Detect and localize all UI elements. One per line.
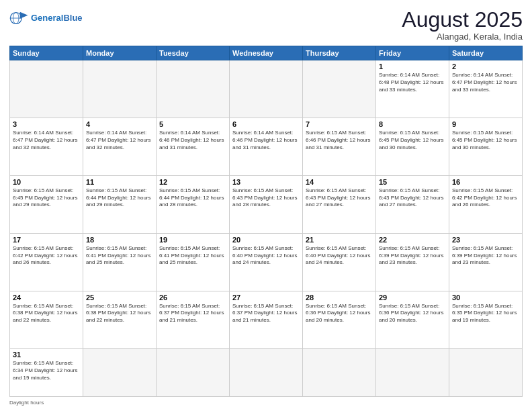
calendar-day-cell: 8Sunrise: 6:15 AM Sunset: 6:45 PM Daylig…: [376, 118, 449, 176]
calendar-day-cell: [303, 60, 376, 118]
day-number: 8: [379, 120, 446, 128]
calendar-day-cell: [303, 349, 376, 397]
calendar-day-cell: 13Sunrise: 6:15 AM Sunset: 6:43 PM Dayli…: [230, 175, 303, 233]
day-info: Sunrise: 6:15 AM Sunset: 6:41 PM Dayligh…: [86, 245, 153, 267]
day-info: Sunrise: 6:15 AM Sunset: 6:44 PM Dayligh…: [159, 187, 226, 209]
logo-text: GeneralBlue: [31, 13, 83, 23]
day-number: 10: [13, 178, 80, 186]
day-number: 4: [86, 120, 153, 128]
calendar-week-row: 31Sunrise: 6:15 AM Sunset: 6:34 PM Dayli…: [10, 349, 523, 397]
calendar-day-cell: 24Sunrise: 6:15 AM Sunset: 6:38 PM Dayli…: [10, 291, 83, 349]
calendar-day-cell: [230, 60, 303, 118]
day-info: Sunrise: 6:15 AM Sunset: 6:42 PM Dayligh…: [13, 245, 80, 267]
day-number: 2: [452, 62, 519, 71]
calendar-day-cell: 1Sunrise: 6:14 AM Sunset: 6:48 PM Daylig…: [376, 60, 449, 118]
calendar-day-cell: [376, 349, 449, 397]
day-info: Sunrise: 6:15 AM Sunset: 6:43 PM Dayligh…: [306, 187, 373, 209]
calendar-day-cell: 3Sunrise: 6:14 AM Sunset: 6:47 PM Daylig…: [10, 118, 83, 176]
calendar-day-cell: [83, 349, 157, 397]
day-info: Sunrise: 6:15 AM Sunset: 6:41 PM Dayligh…: [159, 245, 226, 267]
calendar-day-header: Monday: [83, 46, 157, 60]
day-number: 15: [379, 178, 446, 186]
day-number: 11: [86, 178, 153, 186]
day-number: 3: [13, 120, 80, 128]
calendar-day-cell: 19Sunrise: 6:15 AM Sunset: 6:41 PM Dayli…: [157, 233, 230, 291]
calendar-day-cell: 12Sunrise: 6:15 AM Sunset: 6:44 PM Dayli…: [157, 175, 230, 233]
day-number: 22: [379, 236, 446, 244]
day-number: 28: [306, 293, 373, 302]
calendar-day-cell: 27Sunrise: 6:15 AM Sunset: 6:37 PM Dayli…: [230, 291, 303, 349]
calendar-day-header: Friday: [376, 46, 449, 60]
day-info: Sunrise: 6:15 AM Sunset: 6:43 PM Dayligh…: [379, 187, 446, 209]
calendar-day-cell: 23Sunrise: 6:15 AM Sunset: 6:39 PM Dayli…: [449, 233, 523, 291]
day-info: Sunrise: 6:15 AM Sunset: 6:36 PM Dayligh…: [379, 303, 446, 324]
calendar-day-cell: 2Sunrise: 6:14 AM Sunset: 6:47 PM Daylig…: [449, 60, 523, 118]
day-number: 30: [452, 293, 519, 302]
day-number: 25: [86, 293, 153, 302]
day-info: Sunrise: 6:14 AM Sunset: 6:48 PM Dayligh…: [379, 72, 446, 93]
calendar-day-header: Thursday: [303, 46, 376, 60]
page: GeneralBlue August 2025 Alangad, Kerala,…: [0, 0, 532, 411]
title-area: August 2025 Alangad, Kerala, India: [402, 8, 523, 42]
day-number: 23: [452, 236, 519, 244]
day-info: Sunrise: 6:15 AM Sunset: 6:42 PM Dayligh…: [452, 187, 519, 209]
logo: GeneralBlue: [9, 11, 83, 26]
day-info: Sunrise: 6:15 AM Sunset: 6:39 PM Dayligh…: [379, 245, 446, 267]
day-info: Sunrise: 6:15 AM Sunset: 6:36 PM Dayligh…: [306, 303, 373, 324]
day-info: Sunrise: 6:15 AM Sunset: 6:44 PM Dayligh…: [86, 187, 153, 209]
day-number: 19: [159, 236, 226, 244]
day-info: Sunrise: 6:14 AM Sunset: 6:47 PM Dayligh…: [452, 72, 519, 93]
day-info: Sunrise: 6:15 AM Sunset: 6:35 PM Dayligh…: [452, 303, 519, 324]
calendar-week-row: 10Sunrise: 6:15 AM Sunset: 6:45 PM Dayli…: [10, 175, 523, 233]
header: GeneralBlue August 2025 Alangad, Kerala,…: [9, 8, 523, 42]
day-number: 5: [159, 120, 226, 128]
calendar-day-cell: 25Sunrise: 6:15 AM Sunset: 6:38 PM Dayli…: [83, 291, 157, 349]
calendar-day-cell: 9Sunrise: 6:15 AM Sunset: 6:45 PM Daylig…: [449, 118, 523, 176]
calendar-week-row: 3Sunrise: 6:14 AM Sunset: 6:47 PM Daylig…: [10, 118, 523, 176]
day-info: Sunrise: 6:14 AM Sunset: 6:46 PM Dayligh…: [232, 130, 300, 151]
day-info: Sunrise: 6:15 AM Sunset: 6:43 PM Dayligh…: [232, 187, 300, 209]
day-number: 31: [13, 351, 80, 359]
calendar-table: SundayMondayTuesdayWednesdayThursdayFrid…: [9, 46, 523, 397]
day-info: Sunrise: 6:15 AM Sunset: 6:45 PM Dayligh…: [452, 130, 519, 151]
day-number: 12: [159, 178, 226, 186]
calendar-day-cell: [157, 60, 230, 118]
calendar-day-cell: 4Sunrise: 6:14 AM Sunset: 6:47 PM Daylig…: [83, 118, 157, 176]
day-info: Sunrise: 6:14 AM Sunset: 6:47 PM Dayligh…: [13, 130, 80, 151]
calendar-day-cell: [449, 349, 523, 397]
logo-general: General: [31, 13, 63, 23]
calendar-day-header: Saturday: [449, 46, 523, 60]
day-info: Sunrise: 6:14 AM Sunset: 6:46 PM Dayligh…: [159, 130, 226, 151]
calendar-day-cell: 5Sunrise: 6:14 AM Sunset: 6:46 PM Daylig…: [157, 118, 230, 176]
day-number: 21: [306, 236, 373, 244]
calendar-day-header: Tuesday: [157, 46, 230, 60]
calendar-day-cell: [83, 60, 157, 118]
calendar-day-cell: 20Sunrise: 6:15 AM Sunset: 6:40 PM Dayli…: [230, 233, 303, 291]
day-info: Sunrise: 6:15 AM Sunset: 6:38 PM Dayligh…: [86, 303, 153, 324]
day-number: 27: [232, 293, 300, 302]
day-number: 9: [452, 120, 519, 128]
day-number: 16: [452, 178, 519, 186]
day-number: 7: [306, 120, 373, 128]
day-info: Sunrise: 6:15 AM Sunset: 6:45 PM Dayligh…: [379, 130, 446, 151]
calendar-day-cell: 18Sunrise: 6:15 AM Sunset: 6:41 PM Dayli…: [83, 233, 157, 291]
calendar-day-header: Wednesday: [230, 46, 303, 60]
footer-note: Daylight hours: [9, 400, 523, 406]
calendar-day-cell: 28Sunrise: 6:15 AM Sunset: 6:36 PM Dayli…: [303, 291, 376, 349]
calendar-day-cell: 16Sunrise: 6:15 AM Sunset: 6:42 PM Dayli…: [449, 175, 523, 233]
calendar-day-cell: 15Sunrise: 6:15 AM Sunset: 6:43 PM Dayli…: [376, 175, 449, 233]
calendar-day-cell: 11Sunrise: 6:15 AM Sunset: 6:44 PM Dayli…: [83, 175, 157, 233]
calendar-header-row: SundayMondayTuesdayWednesdayThursdayFrid…: [10, 46, 523, 60]
calendar-day-cell: 31Sunrise: 6:15 AM Sunset: 6:34 PM Dayli…: [10, 349, 83, 397]
day-info: Sunrise: 6:15 AM Sunset: 6:40 PM Dayligh…: [232, 245, 300, 267]
calendar-day-cell: 21Sunrise: 6:15 AM Sunset: 6:40 PM Dayli…: [303, 233, 376, 291]
day-number: 20: [232, 236, 300, 244]
day-info: Sunrise: 6:14 AM Sunset: 6:47 PM Dayligh…: [86, 130, 153, 151]
calendar-day-cell: 6Sunrise: 6:14 AM Sunset: 6:46 PM Daylig…: [230, 118, 303, 176]
month-title: August 2025: [402, 8, 523, 32]
day-number: 13: [232, 178, 300, 186]
day-info: Sunrise: 6:15 AM Sunset: 6:37 PM Dayligh…: [159, 303, 226, 324]
day-number: 17: [13, 236, 80, 244]
calendar-day-cell: 17Sunrise: 6:15 AM Sunset: 6:42 PM Dayli…: [10, 233, 83, 291]
day-number: 29: [379, 293, 446, 302]
